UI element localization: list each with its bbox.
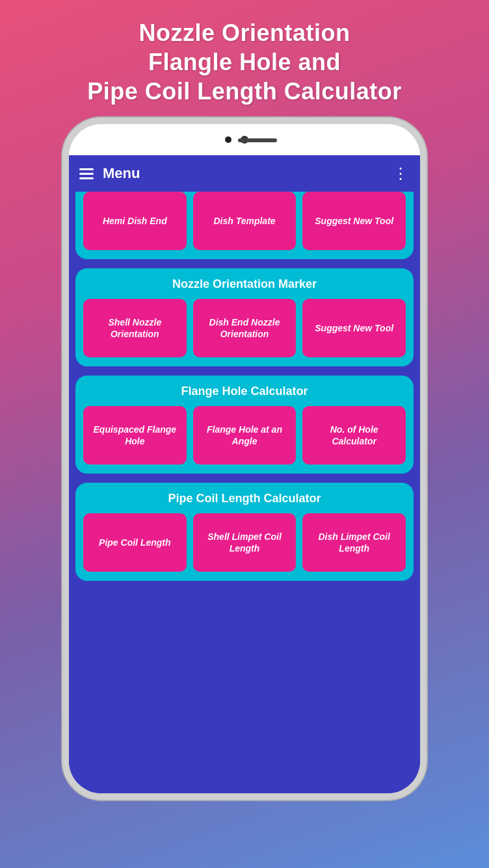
button-dish-template[interactable]: Dish Template (193, 192, 297, 250)
app-screen: Menu ⋮ Hemi Dish End Dish Template Sugge… (69, 155, 420, 793)
section-nozzle-orientation: Nozzle Orientation Marker Shell Nozzle O… (75, 268, 414, 366)
button-no-of-hole-calculator[interactable]: No. of Hole Calculator (302, 406, 406, 465)
button-pipe-coil-length[interactable]: Pipe Coil Length (83, 513, 187, 572)
flange-hole-title: Flange Hole Calculator (83, 385, 406, 398)
button-dish-end-nozzle-orientation[interactable]: Dish End Nozzle Orientation (193, 299, 297, 357)
button-equispaced-flange-hole[interactable]: Equispaced Flange Hole (83, 406, 187, 465)
partial-section: Hemi Dish End Dish Template Suggest New … (75, 192, 414, 259)
button-shell-nozzle-orientation[interactable]: Shell Nozzle Orientation (83, 299, 187, 357)
phone-top-bar (69, 124, 420, 155)
pipe-coil-buttons: Pipe Coil Length Shell Limpet Coil Lengt… (83, 513, 406, 572)
title-line2: Flangle Hole and (148, 49, 341, 75)
button-dish-limpet-coil-length[interactable]: Dish Limpet Coil Length (302, 513, 406, 572)
pipe-coil-title: Pipe Coil Length Calculator (83, 492, 406, 505)
section-flange-hole: Flange Hole Calculator Equispaced Flange… (75, 376, 414, 474)
title-line3: Pipe Coil Length Calculator (87, 78, 402, 105)
hamburger-menu-icon[interactable] (79, 168, 94, 179)
nozzle-orientation-title: Nozzle Orientation Marker (83, 277, 406, 291)
menu-bar-left: Menu (79, 165, 140, 182)
partial-buttons-grid: Hemi Dish End Dish Template Suggest New … (83, 192, 406, 250)
button-flange-hole-at-angle[interactable]: Flange Hole at an Angle (193, 406, 297, 465)
speaker-bar-icon (238, 138, 277, 142)
scroll-area[interactable]: Hemi Dish End Dish Template Suggest New … (69, 192, 420, 793)
button-suggest-top[interactable]: Suggest New Tool (302, 192, 406, 250)
more-options-icon[interactable]: ⋮ (393, 164, 410, 183)
flange-hole-buttons: Equispaced Flange Hole Flange Hole at an… (83, 406, 406, 465)
app-title: Nozzle Orientation Flangle Hole and Pipe… (61, 0, 428, 118)
menu-bar: Menu ⋮ (69, 155, 420, 192)
menu-title: Menu (103, 165, 140, 182)
button-hemi-dish-end[interactable]: Hemi Dish End (83, 192, 187, 250)
section-pipe-coil: Pipe Coil Length Calculator Pipe Coil Le… (75, 483, 414, 581)
title-line1: Nozzle Orientation (139, 19, 350, 46)
front-camera-icon (225, 136, 231, 143)
phone-frame: Menu ⋮ Hemi Dish End Dish Template Sugge… (62, 118, 427, 800)
button-shell-limpet-coil-length[interactable]: Shell Limpet Coil Length (193, 513, 297, 572)
nozzle-orientation-buttons: Shell Nozzle Orientation Dish End Nozzle… (83, 299, 406, 357)
button-suggest-nozzle[interactable]: Suggest New Tool (302, 299, 406, 357)
